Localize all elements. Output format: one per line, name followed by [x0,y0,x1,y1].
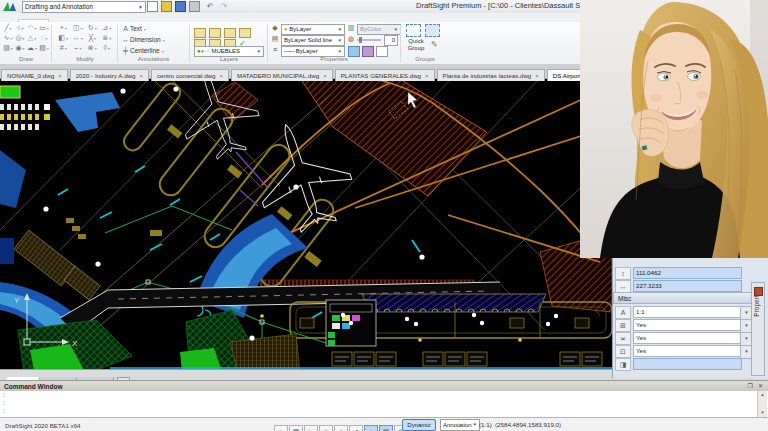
match-orientation-select[interactable]: Yes [633,332,742,344]
group-label-properties: Properties [270,56,398,62]
polar-toggle[interactable]: ◇ [319,425,333,431]
close-tab-icon[interactable]: × [323,73,327,79]
print-icon[interactable] [188,1,200,12]
chevron-down-icon: ▼ [257,47,261,56]
close-tab-icon[interactable]: × [425,73,429,79]
grid-toggle[interactable]: ▦ [289,425,303,431]
document-tab[interactable]: PLANTAS GENERALES.dwg× [335,69,435,81]
block-unit-icon: ◨ [615,358,631,371]
text-icon: A [121,24,130,34]
line-style-icon: ▤ [270,35,280,43]
properties-palette: ↕ 111.0462 ↔ 227.3233 Misc▲ A 1:1 ▼ ⊞ Ye… [612,258,768,378]
text-button[interactable]: AText [121,24,146,34]
width-field[interactable]: 227.3233 [633,280,742,292]
lineweight-toggle[interactable]: ▲ [364,425,378,431]
allow-explode-select[interactable]: Yes [633,345,742,357]
edit-group-icon[interactable]: ✎ [431,40,438,49]
ortho-toggle[interactable]: ∟ [304,425,318,431]
centerline-button[interactable]: ╪Centerline [121,46,164,56]
quickinput-toggle[interactable]: ▤ [379,425,393,431]
copy-icon[interactable]: ◫ [71,23,86,33]
close-tab-icon[interactable]: × [58,73,62,79]
dimension-button[interactable]: ↔Dimension [121,35,165,45]
by-color-selector[interactable]: ByColor▼ [357,24,401,35]
line-style-selector[interactable]: ByLayer Solid line▼ [281,35,345,46]
hatch-icon[interactable]: ▨ [2,43,14,53]
ribbon-group-annotations: AText ↔Dimension ╪Centerline Annotations [119,23,188,63]
ellipse-icon[interactable]: ◎ [14,33,26,43]
gradient-icon[interactable]: ▧ [38,43,50,53]
scroll-down-icon[interactable]: ▼ [758,409,767,417]
scale-icon[interactable]: ⊿ [100,23,115,33]
document-tab[interactable]: centro comercial.dwg× [151,69,229,81]
palette-pin-icon[interactable] [754,287,763,296]
dynamic-ccs-button[interactable]: Dynamic CCS [402,419,436,431]
point-icon[interactable]: ◌ [38,33,50,43]
erase-icon[interactable]: ◊ [100,43,115,53]
spline-icon[interactable]: ∿ [2,33,14,43]
transparency-value[interactable]: 0 [384,35,398,46]
workspace-selector[interactable]: Drafting and Annotation▼ [22,1,146,13]
chevron-down-icon: ▼ [473,420,477,430]
circle-icon[interactable]: ○ [14,23,26,33]
scroll-up-icon[interactable]: ▲ [758,391,767,399]
rectangle-icon[interactable]: ▭ [38,23,50,33]
line-color-selector[interactable]: ● ByLayer▼ [281,24,345,35]
properties-palette-tab[interactable]: Properties [751,282,765,376]
save-icon[interactable] [174,1,186,12]
new-file-icon[interactable] [146,1,158,12]
cloud-icon[interactable]: ☁ [26,43,38,53]
pattern-icon[interactable]: # [56,43,71,53]
draftsight-logo-icon [2,1,18,12]
group-label-draw: Draw [2,56,50,62]
etrack-toggle[interactable]: ↗ [349,425,363,431]
stretch-icon[interactable]: ↔ [71,33,86,43]
redo-icon[interactable]: ↷ [218,1,230,12]
transparency-slider[interactable] [357,39,381,41]
ribbon-group-groups: Quick Group ✎ Groups [403,23,447,63]
arc-icon[interactable]: ◠ [26,23,38,33]
close-tab-icon[interactable]: × [535,73,539,79]
snap-toggle[interactable]: ⌖ [274,425,288,431]
misc-section-header[interactable]: Misc▲ [613,292,762,304]
close-tab-icon[interactable]: × [219,73,223,79]
document-tab[interactable]: Planta de industrias lacteas.dwg× [437,69,545,81]
close-tab-icon[interactable]: × [140,73,144,79]
office-boxes [332,352,602,366]
chevron-down-icon: ▼ [138,2,143,12]
group-label-groups: Groups [403,56,447,62]
offset-icon[interactable]: ≣ [100,33,115,43]
blank-field[interactable] [633,358,742,370]
esnap-toggle[interactable]: ○ [334,425,348,431]
color-bars-icon: ▥ [346,24,356,32]
rotate-icon[interactable]: ↻ [85,23,100,33]
group-label-layers: Layers [192,56,266,62]
line-icon[interactable]: ╱ [2,23,14,33]
document-tab[interactable]: MATADERO MUNICIPAL.dwg× [231,69,333,81]
command-scrollbar[interactable]: ▲▼ [757,391,767,417]
document-tab[interactable]: 2020 - Industry A.dwg× [70,69,149,81]
group-icon[interactable] [406,24,421,37]
move-icon[interactable]: + [56,23,71,33]
annotation-scale-selector[interactable]: Annotation▼ [440,419,480,431]
command-input-area[interactable]: ::: ▲▼ [0,391,768,417]
ungroup-icon[interactable] [425,24,440,37]
document-tab[interactable]: NONAME_0.dwg× [1,69,68,81]
annotation-scale-select[interactable]: 1:1 [633,306,742,318]
trim-icon[interactable]: ╳ [85,33,100,43]
polygon-icon[interactable]: △ [26,33,38,43]
mirror-icon[interactable]: ◧ [56,33,71,43]
ribbon-group-modify: +◫↻⊿◧↔╳≣#⌣⊗◊ Modify [54,23,116,63]
fillet-icon[interactable]: ⌣ [71,43,86,53]
group-label-annotations: Annotations [119,56,188,62]
annotative-select[interactable]: Yes [633,319,742,331]
quick-group-button[interactable]: Quick Group [403,38,429,52]
explode-icon[interactable]: ⊗ [85,43,100,53]
height-field[interactable]: 111.0462 [633,267,742,279]
command-prompt-line: : [0,407,768,415]
undo-icon[interactable]: ↶ [204,1,216,12]
region-icon[interactable]: ◉ [14,43,26,53]
presenter-video-overlay [580,0,768,258]
command-window-header[interactable]: Command Window ✕ ❐ [0,380,768,391]
open-file-icon[interactable] [160,1,172,12]
